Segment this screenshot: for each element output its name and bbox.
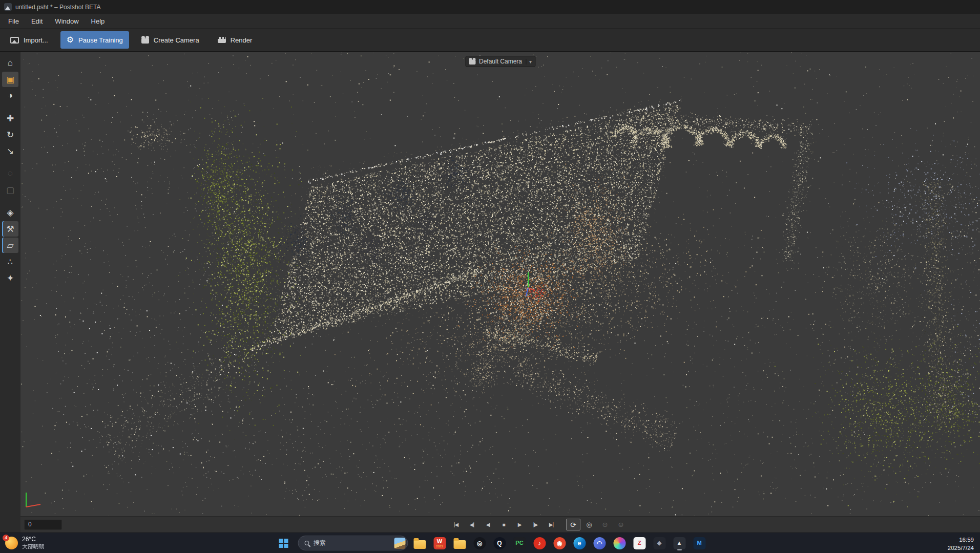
visibility-toggle-button[interactable]: ◎	[582, 519, 596, 530]
spark-tool[interactable]: ✦	[2, 270, 18, 286]
select-icon: ▣	[6, 74, 14, 85]
taskbar-center: 搜索 W2023◎QPC♪◉e◠Z◆▲M	[274, 533, 706, 553]
title-bar: untitled.psht * – Postshot BETA	[0, 0, 980, 14]
render-button[interactable]: Render	[212, 31, 259, 49]
viewport-3d[interactable]: Default Camera ▾ 0 |◀◀|◀■▶|▶▶|⟳◎⊙⊜	[20, 52, 980, 533]
orbit-icon: ◌	[8, 168, 13, 179]
taskbar-item-blue-browser[interactable]: ◠	[593, 536, 606, 550]
qq-icon: Q	[493, 537, 506, 549]
paint-icon: ◑	[8, 91, 13, 101]
taskbar-item-wps-office[interactable]: W2023	[433, 536, 446, 550]
pycharm-icon: PC	[513, 537, 526, 549]
menu-help[interactable]: Help	[85, 14, 111, 28]
weather-widget[interactable]: 4 26°C 大部晴朗	[5, 536, 45, 550]
movie-camera-icon	[141, 38, 149, 44]
camera-selector-label: Default Camera	[479, 58, 522, 65]
crop-plane-icon: ▱	[7, 240, 13, 251]
taskbar-item-colorful-app[interactable]	[613, 536, 626, 550]
taskbar-item-system-monitor-app[interactable]: M	[693, 536, 706, 550]
orbit-tool: ◌	[2, 166, 18, 181]
go-to-end-button[interactable]: ▶|	[544, 519, 558, 530]
menu-window[interactable]: Window	[49, 14, 85, 28]
red-media-app-icon: ◉	[553, 537, 566, 549]
step-back-button[interactable]: ◀|	[465, 519, 479, 530]
taskbar-item-qq[interactable]: Q	[493, 536, 506, 550]
clapperboard-icon	[218, 37, 226, 43]
system-monitor-app-icon: M	[693, 537, 705, 549]
taskbar-item-zotero[interactable]: Z	[633, 536, 646, 550]
taskbar-item-red-media-app[interactable]: ◉	[553, 536, 566, 550]
weather-temp: 26°C	[22, 536, 45, 543]
taskbar-item-file-explorer[interactable]	[413, 536, 426, 550]
window-title: untitled.psht * – Postshot BETA	[15, 4, 101, 11]
import-button[interactable]: Import...	[4, 31, 54, 49]
postshot-window: untitled.psht * – Postshot BETA FileEdit…	[0, 0, 980, 553]
crop-plane-tool[interactable]: ▱	[2, 238, 18, 253]
folder-projects-icon	[453, 540, 466, 549]
windows-logo-icon	[279, 539, 283, 543]
camera-selector[interactable]: Default Camera ▾	[465, 56, 535, 67]
layers-tool[interactable]: ◈	[2, 205, 18, 220]
home-tool[interactable]: ⌂	[2, 55, 18, 71]
loop-toggle-button[interactable]: ⟳	[566, 519, 580, 530]
file-explorer-icon	[413, 540, 426, 549]
edge-browser-icon: e	[573, 537, 586, 549]
search-box[interactable]: 搜索	[298, 536, 408, 550]
splats-tool[interactable]: ∴	[2, 254, 18, 269]
search-placeholder: 搜索	[314, 539, 389, 547]
frame-select-icon: ▢	[6, 185, 14, 196]
splats-icon: ∴	[8, 257, 13, 267]
move-tool[interactable]: ✚	[2, 111, 18, 126]
home-icon: ⌂	[8, 58, 13, 68]
blue-browser-icon: ◠	[593, 537, 606, 549]
play-reverse-button[interactable]: ◀	[481, 519, 495, 530]
camera-icon	[469, 60, 475, 65]
colorful-app-icon	[613, 537, 625, 549]
frame-counter-input[interactable]: 0	[25, 520, 61, 529]
system-tray[interactable]: 16:59 2025/7/24	[948, 536, 974, 552]
rotate-icon: ↻	[7, 130, 14, 140]
onion-skin-toggle-button[interactable]: ⊙	[598, 519, 612, 530]
taskbar-item-edge-browser[interactable]: e	[573, 536, 586, 550]
weather-desc: 大部晴朗	[22, 543, 45, 550]
create-camera-button[interactable]: Create Camera	[135, 31, 205, 49]
postshot-icon: ▲	[673, 537, 685, 549]
link-toggle-button[interactable]: ⊜	[614, 519, 628, 530]
stop-button[interactable]: ■	[496, 519, 511, 530]
taskbar-item-netease-music[interactable]: ♪	[533, 536, 546, 550]
rotate-tool[interactable]: ↻	[2, 127, 18, 142]
step-forward-button[interactable]: |▶	[528, 519, 543, 530]
taskbar-item-folder-projects[interactable]	[453, 536, 466, 550]
create-camera-label: Create Camera	[154, 36, 199, 44]
pause-training-button[interactable]: ⚙ Pause Training	[60, 31, 129, 49]
start-button[interactable]	[274, 535, 293, 552]
timeline-bar: 0 |◀◀|◀■▶|▶▶|⟳◎⊙⊜	[20, 516, 980, 533]
obs-studio-icon: ◎	[473, 537, 486, 549]
paint-tool[interactable]: ◑	[2, 88, 18, 103]
search-highlight-thumbnail[interactable]	[394, 538, 405, 549]
spark-icon: ✦	[7, 273, 14, 284]
clock-time: 16:59	[948, 536, 974, 544]
notification-badge: 4	[3, 535, 9, 541]
dark-utility-app-icon: ◆	[653, 537, 665, 549]
profile-tool[interactable]: ⚒	[2, 221, 18, 237]
scale-tool[interactable]: ↘	[2, 143, 18, 159]
taskbar-item-pycharm[interactable]: PC	[513, 536, 526, 550]
app-icon	[4, 3, 12, 11]
clock-date: 2025/7/24	[948, 544, 974, 552]
menu-file[interactable]: File	[2, 14, 25, 28]
chevron-down-icon[interactable]: ▾	[526, 59, 532, 65]
viewport-canvas[interactable]	[20, 52, 980, 533]
taskbar-item-postshot[interactable]: ▲	[673, 536, 686, 550]
go-to-start-button[interactable]: |◀	[449, 519, 463, 530]
taskbar-item-dark-utility-app[interactable]: ◆	[653, 536, 666, 550]
render-label: Render	[231, 36, 253, 44]
select-tool[interactable]: ▣	[2, 72, 18, 87]
move-icon: ✚	[7, 113, 14, 124]
menu-edit[interactable]: Edit	[25, 14, 49, 28]
profile-icon: ⚒	[6, 224, 14, 235]
play-button[interactable]: ▶	[512, 519, 527, 530]
taskbar-item-obs-studio[interactable]: ◎	[473, 536, 486, 550]
import-image-icon	[10, 37, 19, 44]
pause-training-label: Pause Training	[78, 36, 123, 44]
